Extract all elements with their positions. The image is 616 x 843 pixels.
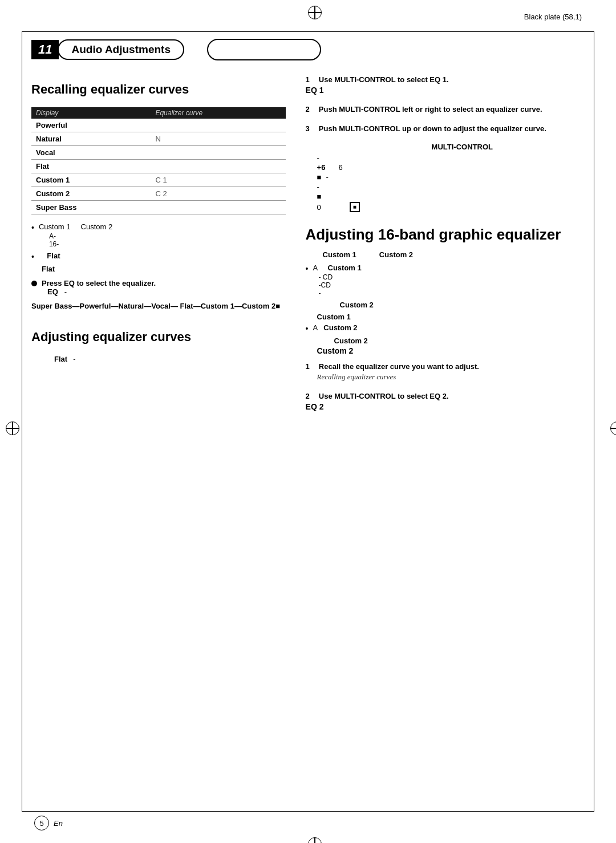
bullet-a1-subs: - CD -CD - — [319, 273, 585, 297]
page-lang: En — [54, 819, 63, 828]
bullet-custom-text: Custom 1 Custom 2 A- 16- — [39, 222, 286, 248]
table-row: Custom 2C 2 — [31, 187, 286, 201]
press-eq-item: Press EQ to select the equalizer. EQ - — [31, 279, 286, 296]
plate-label: Black plate (58,1) — [524, 13, 582, 21]
custom2-label: Custom 2 — [379, 250, 413, 259]
border-top — [22, 31, 594, 32]
bullet-dot-a2: • — [306, 324, 309, 333]
section1-title: Recalling equalizer curves — [31, 82, 286, 97]
border-bottom — [22, 811, 594, 812]
cycle-text: Super Bass—Powerful—Natural—Vocal— Flat—… — [31, 301, 286, 313]
page-number-circle: 5 — [34, 816, 49, 830]
table-cell-display: Vocal — [31, 146, 151, 160]
multicontrol-diagram: MULTI-CONTROL - +6 6 ■ - - ■ — [317, 143, 585, 212]
table-row: Powerful — [31, 119, 286, 132]
custom2-double1: Custom 2 — [334, 337, 585, 345]
step-eq2-text: Use MULTI-CONTROL to select EQ 2. — [319, 392, 449, 400]
step-recall: 1 Recall the equalizer curve you want to… — [306, 361, 585, 382]
mc-top-dash: - — [317, 153, 329, 162]
table-cell-display: Powerful — [31, 119, 151, 132]
table-cell-curve — [151, 201, 285, 214]
border-right — [594, 31, 594, 812]
mc-0: 0 — [317, 203, 321, 212]
step3-num: 3 — [306, 124, 310, 133]
custom1-subheading: Custom 1 — [317, 313, 585, 321]
mc-row-0: 0 ■ — [317, 202, 585, 212]
mc-square-icon: ■ — [350, 202, 360, 212]
bullet-a2: • A Custom 2 — [306, 323, 585, 333]
chapter-header: 11 Audio Adjustments — [31, 39, 321, 60]
bullet-a16: A- 16- — [49, 232, 286, 248]
adj-section: Adjusting equalizer curves Flat - — [31, 330, 286, 363]
mc-square-sym: ■ — [317, 173, 322, 181]
table-cell-display: Natural — [31, 132, 151, 146]
custom2-double2: Custom 2 — [317, 346, 585, 355]
table-row: Custom 1C 1 — [31, 173, 286, 187]
mc-row-plus6: +6 6 — [317, 163, 585, 172]
table-row: Flat — [31, 160, 286, 173]
mc-row-square: ■ - — [317, 173, 585, 181]
content-area: Recalling equalizer curves Display Equal… — [31, 74, 585, 803]
recall-link: Recalling equalizer curves — [317, 372, 396, 381]
table-cell-display: Custom 2 — [31, 187, 151, 201]
chapter-title: Audio Adjustments — [58, 39, 184, 60]
table-row: NaturalN — [31, 132, 286, 146]
step1-label: EQ 1 — [306, 86, 585, 95]
mc-square2-sym: ■ — [317, 192, 322, 201]
table-header-row: Display Equalizer curve — [31, 107, 286, 119]
step3-text: Push MULTI-CONTROL up or down to adjust … — [319, 124, 546, 133]
step-eq2-label: EQ 2 — [306, 402, 585, 411]
step-eq2-num: 2 — [306, 392, 310, 400]
adj-flat-line: Flat - — [54, 355, 286, 363]
bullet-a2-text: A Custom 2 — [313, 323, 585, 332]
mc-square-box: ■ — [350, 202, 360, 212]
page: Black plate (58,1) 11 Audio Adjustments … — [0, 0, 616, 843]
mc-mid-dash: - — [326, 173, 328, 181]
table-cell-curve — [151, 160, 285, 173]
col-display: Display — [31, 107, 151, 119]
bullet-flat-text: Flat — [39, 252, 286, 260]
mc-6: 6 — [339, 163, 343, 172]
mc-row-top-dash: - — [317, 153, 585, 162]
mc-plus6: +6 — [317, 163, 334, 172]
step1-num: 1 — [306, 75, 310, 84]
custom2-heading: Custom 2 — [340, 301, 585, 309]
step-recall-text: Recall the equalizer curve you want to a… — [319, 362, 479, 371]
table-cell-curve: N — [151, 132, 285, 146]
table-cell-curve: C 2 — [151, 187, 285, 201]
table-cell-curve: C 1 — [151, 173, 285, 187]
table-cell-curve — [151, 146, 285, 160]
cycle-square-icon: ■ — [275, 302, 280, 310]
eq-table: Display Equalizer curve PowerfulNaturalN… — [31, 107, 286, 214]
mc-row-bot-dash: - — [317, 183, 585, 191]
step1: 1 Use MULTI-CONTROL to select EQ 1. EQ 1 — [306, 74, 585, 95]
chapter-number: 11 — [31, 40, 59, 59]
press-eq-text: Press EQ to select the equalizer. EQ - — [42, 279, 286, 296]
reg-circle-top — [308, 6, 322, 19]
bullet-a1: • A Custom 1 - CD -CD - — [306, 264, 585, 297]
border-left — [22, 31, 22, 812]
table-cell-display: Custom 1 — [31, 173, 151, 187]
solid-dot — [31, 281, 37, 286]
band16-section: Adjusting 16-band graphic equalizer Cust… — [306, 226, 585, 411]
step-recall-num: 1 — [306, 362, 310, 371]
custom-pair-header: Custom 1 Custom 2 — [323, 250, 585, 259]
reg-circle-left — [6, 421, 19, 435]
step2-text: Push MULTI-CONTROL left or right to sele… — [319, 105, 542, 114]
step2: 2 Push MULTI-CONTROL left or right to se… — [306, 104, 585, 114]
table-cell-display: Flat — [31, 160, 151, 173]
section2-title: Adjusting equalizer curves — [31, 330, 286, 345]
chapter-oval — [207, 39, 321, 60]
step2-num: 2 — [306, 105, 310, 114]
step1-text: Use MULTI-CONTROL to select EQ 1. — [319, 75, 449, 84]
mc-row-square2: ■ — [317, 192, 585, 201]
table-row: Super Bass — [31, 201, 286, 214]
page-footer: 5 En — [34, 816, 63, 830]
table-row: Vocal — [31, 146, 286, 160]
bullet-a1-text: A Custom 1 - CD -CD - — [313, 264, 585, 297]
multicontrol-title: MULTI-CONTROL — [340, 143, 585, 151]
bullet-dot-1: • — [31, 223, 34, 232]
bullet-flat: • Flat — [31, 252, 286, 261]
col-curve: Equalizer curve — [151, 107, 285, 119]
section3-title: Adjusting 16-band graphic equalizer — [306, 226, 585, 244]
